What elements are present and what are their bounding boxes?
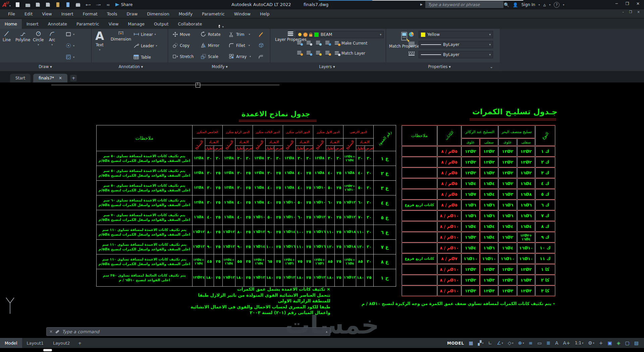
ribbon-tab-parametric[interactable]: Parametric	[72, 19, 104, 29]
model-space-badge[interactable]: MODEL	[447, 340, 464, 346]
stretch-button[interactable]: Stretch	[172, 54, 194, 59]
app-caret-icon[interactable]: ▾	[549, 3, 550, 6]
fillet-button[interactable]: Fillet▾	[229, 43, 250, 48]
open-file-icon[interactable]	[25, 2, 31, 7]
menu-item-tools[interactable]: Tools	[102, 11, 122, 16]
layer-unlock-all-icon[interactable]	[325, 51, 330, 55]
isodraft-icon[interactable]: ◇▾	[508, 340, 514, 346]
ribbon-tab-home[interactable]: Home	[0, 19, 22, 29]
draw-panel-label[interactable]: Draw ▾	[20, 64, 70, 69]
drawing-window-controls[interactable]: – ❐ ×	[622, 10, 642, 14]
selection-cycling-icon[interactable]: ≣	[546, 340, 550, 346]
autocad-logo[interactable]: ALT▾	[2, 2, 11, 8]
copy-button[interactable]: Copy	[172, 43, 190, 48]
menu-item-file[interactable]: File	[3, 11, 20, 16]
ribbon-minimize-button[interactable]: ▴	[207, 23, 220, 29]
array-button[interactable]: Array▾	[229, 54, 251, 59]
search-input[interactable]: Type a keyword or phrase	[425, 1, 503, 8]
help-caret-icon[interactable]: ▾	[563, 3, 564, 6]
sign-in-caret-icon[interactable]: ▾	[539, 3, 540, 6]
scale-button[interactable]: Scale	[201, 54, 218, 59]
menu-item-help[interactable]: Help	[255, 11, 274, 16]
text-button[interactable]: A Text▾	[95, 30, 104, 51]
file-tab-Start[interactable]: Start	[10, 74, 31, 82]
ribbon-tab-manage[interactable]: Manage	[123, 19, 149, 29]
menu-item-modify[interactable]: Modify	[174, 11, 197, 16]
clean-screen-icon[interactable]: ▤	[634, 340, 639, 346]
help-icon[interactable]: ?	[554, 2, 559, 8]
customize-qat-icon[interactable]: ≂	[105, 2, 111, 7]
arc-button[interactable]: Arc▾	[49, 31, 55, 46]
table-button[interactable]: Table	[133, 54, 151, 60]
mirror-button[interactable]: Mirror	[201, 43, 219, 48]
command-customize-icon[interactable]	[55, 330, 59, 334]
hatch-tool-button[interactable]: ▾	[66, 54, 74, 60]
new-layout-button[interactable]: +	[74, 341, 85, 346]
layer-lock-icon[interactable]	[325, 41, 330, 45]
layer-thaw-icon[interactable]	[304, 33, 307, 37]
layer-on-all-icon[interactable]	[316, 51, 321, 55]
circle-button[interactable]: Circle▾	[33, 31, 44, 46]
linear-dimension-button[interactable]: Linear▾	[133, 32, 156, 37]
file-tab-finals7[interactable]: finals7*✕	[33, 74, 67, 82]
search-collapse-icon[interactable]: ▶	[420, 3, 423, 6]
ribbon-tab-collaborate[interactable]: Collaborate	[173, 19, 207, 29]
menu-item-format[interactable]: Format	[78, 11, 102, 16]
command-close-icon[interactable]: ×	[49, 329, 53, 334]
undo-icon[interactable]: ←▾	[85, 2, 91, 7]
layer-unisolate-icon[interactable]	[297, 51, 302, 55]
layer-freeze-icon[interactable]	[316, 41, 321, 45]
menu-item-dimension[interactable]: Dimension	[142, 11, 174, 16]
save-to-mobile-icon[interactable]	[55, 2, 61, 7]
annotation-scale-control[interactable]: 1:1▾	[575, 341, 583, 345]
restore-button[interactable]: ❐	[623, 1, 632, 6]
rotate-button[interactable]: Rotate	[201, 32, 221, 37]
polyline-button[interactable]: Polyline	[15, 31, 30, 42]
transparency-icon[interactable]: ▭	[537, 340, 542, 346]
layer-thaw-all-icon[interactable]	[307, 51, 312, 55]
security-icon[interactable]: ◈	[617, 340, 621, 346]
tab-layout2[interactable]: Layout2	[48, 338, 74, 348]
rectangle-tool-button[interactable]: ▾	[66, 32, 74, 37]
ellipse-tool-button[interactable]: ▾	[66, 43, 74, 49]
menu-item-edit[interactable]: Edit	[20, 11, 37, 16]
annotation-monitor-icon[interactable]: +	[599, 340, 603, 346]
ribbon-tab-view[interactable]: View	[104, 19, 123, 29]
menu-item-draw[interactable]: Draw	[122, 11, 143, 16]
user-icon[interactable]: 👤	[513, 2, 518, 7]
offset-button[interactable]	[258, 54, 264, 59]
save-icon[interactable]	[35, 2, 41, 7]
object-color-select[interactable]: Yellow ▾	[419, 31, 493, 38]
ribbon-tab-output[interactable]: Output	[149, 19, 173, 29]
layers-panel-label[interactable]: Layers ▾	[300, 64, 354, 69]
minimize-button[interactable]: ─	[612, 1, 621, 6]
save-as-icon[interactable]	[45, 2, 51, 7]
polar-tracking-icon[interactable]: ∠▾	[497, 340, 503, 346]
menu-item-parametric[interactable]: Parametric	[197, 11, 229, 16]
match-properties-button[interactable]: Match Properties	[389, 32, 422, 49]
plot-icon[interactable]	[75, 2, 81, 7]
command-history-icon[interactable]: ▴	[326, 330, 327, 333]
sign-in-button[interactable]: Sign In	[521, 2, 535, 7]
properties-panel-expander[interactable]: ⌄	[488, 64, 495, 69]
command-input[interactable]: Type a command	[62, 329, 99, 334]
erase-button[interactable]	[258, 32, 264, 37]
grid-icon[interactable]: ▦	[469, 340, 473, 346]
object-snap-icon[interactable]: ⊕▾	[518, 340, 524, 346]
search-icon[interactable]: 🔍	[504, 2, 509, 7]
move-button[interactable]: Move	[172, 32, 190, 37]
snap-mode-icon[interactable]: ▞▾	[478, 340, 484, 346]
autoscale-icon[interactable]: A+	[563, 340, 570, 346]
trim-button[interactable]: Trim▾	[229, 32, 250, 37]
command-line[interactable]: × Type a command ▴	[46, 327, 330, 336]
open-from-mobile-icon[interactable]	[65, 2, 71, 7]
linetype-select[interactable]: ByLayer ▾	[419, 51, 493, 58]
lineweight-select[interactable]: ByLayer ▾	[419, 41, 493, 48]
line-button[interactable]: Line	[3, 31, 11, 42]
layer-color-swatch[interactable]	[314, 33, 319, 37]
workspace-gear-icon[interactable]: ⚙▾	[588, 340, 594, 346]
match-layer-button[interactable]: Match Layer	[335, 51, 365, 56]
tab-model[interactable]: Model	[0, 338, 22, 348]
graphics-performance-icon[interactable]: ▣	[608, 340, 612, 346]
layer-off-icon[interactable]	[297, 41, 302, 45]
